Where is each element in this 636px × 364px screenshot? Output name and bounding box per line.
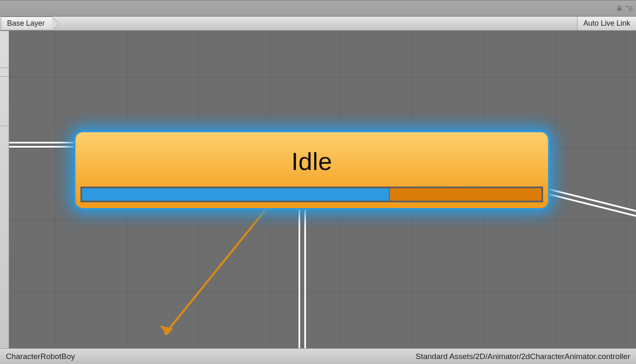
layers-side-rail[interactable] (0, 31, 9, 348)
side-rail-section (0, 76, 9, 126)
transition-edge[interactable] (304, 197, 306, 348)
state-progress-fill (82, 188, 390, 201)
breadcrumb-label: Base Layer (7, 19, 45, 28)
state-node-idle[interactable]: Idle (75, 132, 548, 208)
auto-live-link-button[interactable]: Auto Live Link (577, 17, 636, 30)
state-progress-track (80, 187, 543, 202)
panel-menu-icon[interactable] (625, 5, 633, 12)
layer-breadcrumb-bar: Base Layer Auto Live Link (0, 17, 636, 31)
status-bar: CharacterRobotBoy Standard Assets/2D/Ani… (0, 348, 636, 364)
status-object-name: CharacterRobotBoy (6, 352, 75, 361)
transition-edge[interactable] (9, 146, 75, 148)
transition-edge[interactable] (9, 142, 75, 143)
breadcrumb-base-layer[interactable]: Base Layer (1, 17, 52, 30)
graph-area: Idle (0, 31, 636, 348)
animator-graph-canvas[interactable]: Idle (9, 31, 636, 348)
window-toolbar (0, 0, 636, 17)
auto-live-link-label: Auto Live Link (583, 19, 630, 28)
transition-arrowhead-icon (158, 324, 175, 336)
status-asset-path: Standard Assets/2D/Animator/2dCharacterA… (416, 352, 630, 361)
state-node-title: Idle (80, 147, 543, 176)
lock-icon (616, 5, 623, 12)
side-rail-section (0, 31, 9, 68)
transition-edge[interactable] (299, 197, 300, 348)
